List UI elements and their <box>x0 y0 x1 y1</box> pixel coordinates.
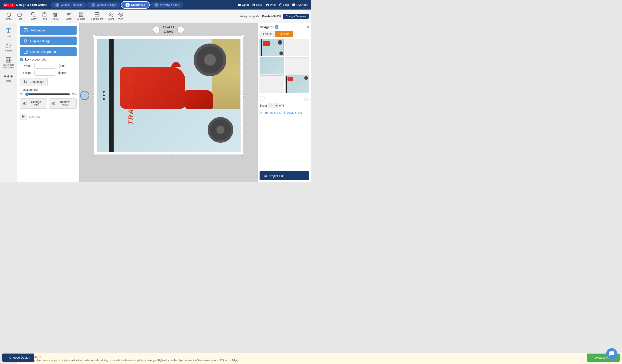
more-icon: ●●● <box>3 74 13 79</box>
crop-image-label: Crop Image <box>30 80 44 84</box>
panel-close-button[interactable]: × <box>76 25 78 29</box>
nav-step-4[interactable]: 4 Preview & Print <box>150 2 183 8</box>
panel-divider <box>20 111 77 111</box>
width-input[interactable]: 2.3181 <box>35 63 55 69</box>
object-list-button[interactable]: Object List <box>260 171 309 180</box>
remove-color-label: Remove Color <box>57 100 74 107</box>
play-icon <box>22 115 25 118</box>
template-name: Presta® 94237 <box>262 15 281 18</box>
view-button[interactable]: View <box>117 11 127 21</box>
sidebar-item-image[interactable]: Image <box>0 40 17 54</box>
transparency-slider[interactable] <box>25 92 70 96</box>
remove-color-button[interactable]: Remove Color <box>49 98 77 109</box>
label-prev-button[interactable]: ‹ <box>153 26 160 33</box>
paste-button[interactable]: Paste <box>39 11 50 21</box>
nav-step-3[interactable]: 3 Customize <box>121 1 150 9</box>
inch-label: inch <box>61 71 67 75</box>
step-label-2: Choose Design <box>97 3 116 6</box>
add-sheet-button[interactable]: ⊕ Add Sheet <box>265 111 280 115</box>
label-current-total: 25 of 32 <box>163 25 174 30</box>
nav-thumb-6[interactable] <box>285 76 309 93</box>
toolbar-arrange-group: Align Arrange Background Zoom View <box>63 11 128 21</box>
navigator-info-icon[interactable]: i <box>275 25 278 29</box>
dot-2 <box>103 95 105 96</box>
open-action[interactable]: Open <box>238 3 249 6</box>
redo-button[interactable]: Redo <box>14 11 25 21</box>
align-button[interactable]: Align <box>64 11 75 21</box>
nav-thumb-1[interactable] <box>260 39 284 56</box>
label-canvas: TRACTOR MAC <box>94 36 243 155</box>
add-image-icon <box>23 28 28 33</box>
mm-radio[interactable] <box>58 64 61 67</box>
nav-step-1[interactable]: 1 Choose Template <box>51 2 87 8</box>
sheet-actions: ⤢ ⊕ Add Sheet 🗑 Delete Sheet <box>260 111 309 115</box>
nav-front-wheel <box>279 51 283 55</box>
zoom-label: Zoom <box>108 18 114 20</box>
svg-rect-8 <box>82 13 83 14</box>
undo-button[interactable]: Undo <box>4 11 14 21</box>
align-label: Align <box>66 18 72 20</box>
transparency-min: 0% <box>20 93 23 96</box>
live-chat-action[interactable]: Live Chat <box>292 3 308 6</box>
dot-3 <box>103 98 105 100</box>
navigator-close-button[interactable]: × <box>307 25 309 29</box>
sheet-label: Sheet <box>260 104 267 107</box>
inch-radio-group: inch <box>58 71 70 75</box>
app-logo: AVERY Design & Print Online <box>3 3 47 7</box>
nav-next-arrow[interactable]: › <box>304 96 309 101</box>
add-sheet-icon: ⊕ <box>265 111 268 115</box>
sidebar-item-more[interactable]: ●●● More <box>0 72 17 84</box>
nav-actions: Open Save Print Help Live Chat <box>238 3 308 6</box>
more-icon-label: More <box>6 80 11 82</box>
help-action[interactable]: Help <box>279 3 289 6</box>
nav-thumb-2[interactable] <box>285 39 309 56</box>
wheel-hub-back <box>204 54 216 66</box>
sidebar-item-import[interactable]: Import DataMail Merge <box>0 55 17 71</box>
replace-image-button[interactable]: Replace Image <box>20 37 77 45</box>
edit-all-button[interactable]: Edit All <box>260 31 275 37</box>
sheet-select[interactable]: 4 1 2 3 <box>268 103 278 108</box>
import-icon-label: Import DataMail Merge <box>3 64 14 69</box>
label-counter: 25 of 32 Labels <box>163 25 174 34</box>
nav-thumb-4[interactable] <box>285 57 309 75</box>
nav-body <box>263 41 270 46</box>
copy-button[interactable]: Copy <box>29 11 39 21</box>
nav-prev-arrow[interactable]: ‹ <box>260 96 265 101</box>
change-color-label: Change Color <box>28 100 44 107</box>
dots-bar <box>103 91 105 100</box>
label-next-button[interactable]: › <box>177 26 184 33</box>
rotate-handle[interactable] <box>80 91 89 100</box>
add-image-button[interactable]: Add Image <box>20 26 77 35</box>
edit-one-button[interactable]: Edit One <box>275 31 293 37</box>
nav-wheel <box>278 40 282 45</box>
arrange-button[interactable]: Arrange <box>75 11 89 21</box>
height-input[interactable]: 3.125 <box>35 70 55 76</box>
see-how-play-button[interactable] <box>20 114 27 120</box>
change-color-button[interactable]: Change Color <box>20 98 47 109</box>
save-action[interactable]: Save <box>252 3 263 6</box>
delete-button[interactable]: Delete <box>50 11 60 21</box>
toolbar-edit-group: Copy Paste Delete <box>27 11 62 21</box>
tractor-image[interactable]: TRACTOR MAC <box>97 39 240 152</box>
crop-image-button[interactable]: Crop Image <box>20 78 48 86</box>
print-action[interactable]: Print <box>266 3 276 6</box>
zoom-button[interactable]: Zoom <box>106 11 116 21</box>
lock-aspect-checkbox[interactable] <box>20 58 23 61</box>
help-label: Help <box>283 3 289 6</box>
nav-step-2[interactable]: 2 Choose Design <box>87 2 120 8</box>
copy-label: Copy <box>31 18 36 20</box>
nav-black-bar <box>261 39 262 56</box>
object-list-icon <box>263 174 268 178</box>
tractor-hood <box>185 90 213 109</box>
sidebar-item-text[interactable]: T Text <box>0 25 17 39</box>
nav-thumb-3[interactable] <box>260 57 284 75</box>
svg-marker-30 <box>22 115 24 118</box>
expand-icon[interactable]: ⤢ <box>260 111 262 115</box>
inch-radio[interactable] <box>58 72 61 75</box>
set-background-button[interactable]: Set as Background <box>20 47 77 56</box>
nav-thumb-5[interactable] <box>260 76 284 93</box>
nav-thumb-3-content <box>260 57 284 75</box>
delete-sheet-button[interactable]: 🗑 Delete Sheet <box>283 111 302 114</box>
background-button[interactable]: Background <box>89 11 105 21</box>
change-template-button[interactable]: Change Template <box>283 14 309 19</box>
